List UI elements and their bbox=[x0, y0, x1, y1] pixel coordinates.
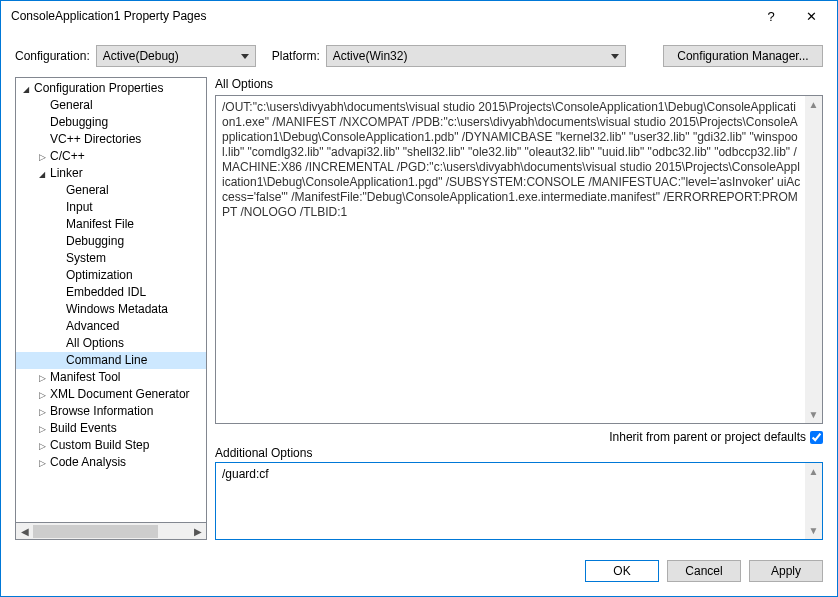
apply-button[interactable]: Apply bbox=[749, 560, 823, 582]
tree-item-label: Debugging bbox=[48, 114, 108, 131]
tree-item-label: General bbox=[48, 97, 93, 114]
tree-item-label: Manifest Tool bbox=[48, 369, 120, 386]
expander-closed-icon[interactable] bbox=[36, 369, 48, 387]
scroll-down-icon[interactable]: ▼ bbox=[805, 406, 822, 423]
all-options-box[interactable]: /OUT:"c:\users\divyabh\documents\visual … bbox=[215, 95, 823, 424]
tree-item[interactable]: Manifest Tool bbox=[16, 369, 206, 386]
tree-item[interactable]: Linker bbox=[16, 165, 206, 182]
help-button[interactable]: ? bbox=[753, 2, 789, 30]
tree-item[interactable]: General bbox=[16, 97, 206, 114]
scroll-up-icon[interactable]: ▲ bbox=[805, 463, 822, 480]
tree-item-label: Optimization bbox=[64, 267, 133, 284]
tree-item-label: Manifest File bbox=[64, 216, 134, 233]
tree-item[interactable]: Code Analysis bbox=[16, 454, 206, 471]
tree-item-label: Command Line bbox=[64, 352, 147, 369]
tree-item-label: Custom Build Step bbox=[48, 437, 149, 454]
additional-options-input[interactable]: /guard:cf ▲ ▼ bbox=[215, 462, 823, 540]
tree-item-label: VC++ Directories bbox=[48, 131, 141, 148]
tree-item[interactable]: Command Line bbox=[16, 352, 206, 369]
tree-item[interactable]: Advanced bbox=[16, 318, 206, 335]
additional-options-label: Additional Options bbox=[215, 446, 823, 460]
all-options-text: /OUT:"c:\users\divyabh\documents\visual … bbox=[216, 96, 822, 224]
scroll-left-icon[interactable]: ◀ bbox=[16, 523, 33, 539]
tree-item[interactable]: Custom Build Step bbox=[16, 437, 206, 454]
tree-item[interactable]: All Options bbox=[16, 335, 206, 352]
tree-item-label: C/C++ bbox=[48, 148, 85, 165]
expander-closed-icon[interactable] bbox=[36, 437, 48, 455]
tree-item[interactable]: Optimization bbox=[16, 267, 206, 284]
platform-label: Platform: bbox=[272, 49, 320, 63]
tree-item[interactable]: System bbox=[16, 250, 206, 267]
tree-item-label: XML Document Generator bbox=[48, 386, 190, 403]
tree-item-label: Browse Information bbox=[48, 403, 153, 420]
expander-closed-icon[interactable] bbox=[36, 420, 48, 438]
expander-closed-icon[interactable] bbox=[36, 386, 48, 404]
additional-options-vscrollbar[interactable]: ▲ ▼ bbox=[805, 463, 822, 539]
tree-item[interactable]: General bbox=[16, 182, 206, 199]
tree-item-label: Code Analysis bbox=[48, 454, 126, 471]
tree-item[interactable]: Browse Information bbox=[16, 403, 206, 420]
tree-item[interactable]: Debugging bbox=[16, 233, 206, 250]
expander-open-icon[interactable] bbox=[36, 165, 48, 183]
close-button[interactable]: ✕ bbox=[789, 2, 833, 30]
tree-item-label: General bbox=[64, 182, 109, 199]
tree-item-label: Debugging bbox=[64, 233, 124, 250]
titlebar: ConsoleApplication1 Property Pages ? ✕ bbox=[1, 1, 837, 31]
configuration-label: Configuration: bbox=[15, 49, 90, 63]
tree-item-label: All Options bbox=[64, 335, 124, 352]
tree-panel: Configuration PropertiesGeneralDebugging… bbox=[15, 77, 207, 540]
body: Configuration PropertiesGeneralDebugging… bbox=[1, 77, 837, 550]
tree-item-label: Windows Metadata bbox=[64, 301, 168, 318]
tree-item-label: Configuration Properties bbox=[32, 80, 163, 97]
tree-item-label: System bbox=[64, 250, 106, 267]
inherit-checkbox[interactable] bbox=[810, 431, 823, 444]
tree-item[interactable]: Build Events bbox=[16, 420, 206, 437]
additional-options-value: /guard:cf bbox=[222, 467, 269, 481]
all-options-vscrollbar[interactable]: ▲ ▼ bbox=[805, 96, 822, 423]
property-pages-window: ConsoleApplication1 Property Pages ? ✕ C… bbox=[0, 0, 838, 597]
tree-item[interactable]: C/C++ bbox=[16, 148, 206, 165]
footer: OK Cancel Apply bbox=[1, 550, 837, 596]
platform-combo[interactable]: Active(Win32) bbox=[326, 45, 626, 67]
cancel-button[interactable]: Cancel bbox=[667, 560, 741, 582]
tree-item[interactable]: Input bbox=[16, 199, 206, 216]
scroll-down-icon[interactable]: ▼ bbox=[805, 522, 822, 539]
tree-item[interactable]: Embedded IDL bbox=[16, 284, 206, 301]
expander-closed-icon[interactable] bbox=[36, 148, 48, 166]
tree-item-label: Advanced bbox=[64, 318, 119, 335]
right-pane: All Options /OUT:"c:\users\divyabh\docum… bbox=[215, 77, 823, 540]
expander-closed-icon[interactable] bbox=[36, 403, 48, 421]
tree-item[interactable]: VC++ Directories bbox=[16, 131, 206, 148]
scroll-right-icon[interactable]: ▶ bbox=[189, 523, 206, 539]
tree-item-label: Embedded IDL bbox=[64, 284, 146, 301]
tree-item[interactable]: XML Document Generator bbox=[16, 386, 206, 403]
expander-open-icon[interactable] bbox=[20, 80, 32, 98]
expander-closed-icon[interactable] bbox=[36, 454, 48, 472]
tree-item-label: Input bbox=[64, 199, 93, 216]
tree-item[interactable]: Manifest File bbox=[16, 216, 206, 233]
ok-button[interactable]: OK bbox=[585, 560, 659, 582]
tree-item-label: Build Events bbox=[48, 420, 117, 437]
configuration-manager-button[interactable]: Configuration Manager... bbox=[663, 45, 823, 67]
window-title: ConsoleApplication1 Property Pages bbox=[11, 9, 753, 23]
inherit-label: Inherit from parent or project defaults bbox=[609, 430, 806, 444]
tree-item[interactable]: Debugging bbox=[16, 114, 206, 131]
configuration-combo[interactable]: Active(Debug) bbox=[96, 45, 256, 67]
scroll-thumb[interactable] bbox=[33, 525, 158, 538]
tree-hscrollbar[interactable]: ◀ ▶ bbox=[15, 523, 207, 540]
config-row: Configuration: Active(Debug) Platform: A… bbox=[1, 31, 837, 77]
all-options-label: All Options bbox=[215, 77, 823, 91]
tree-item[interactable]: Windows Metadata bbox=[16, 301, 206, 318]
tree-item-label: Linker bbox=[48, 165, 83, 182]
properties-tree[interactable]: Configuration PropertiesGeneralDebugging… bbox=[15, 77, 207, 523]
tree-item[interactable]: Configuration Properties bbox=[16, 80, 206, 97]
scroll-up-icon[interactable]: ▲ bbox=[805, 96, 822, 113]
inherit-row: Inherit from parent or project defaults bbox=[215, 430, 823, 444]
